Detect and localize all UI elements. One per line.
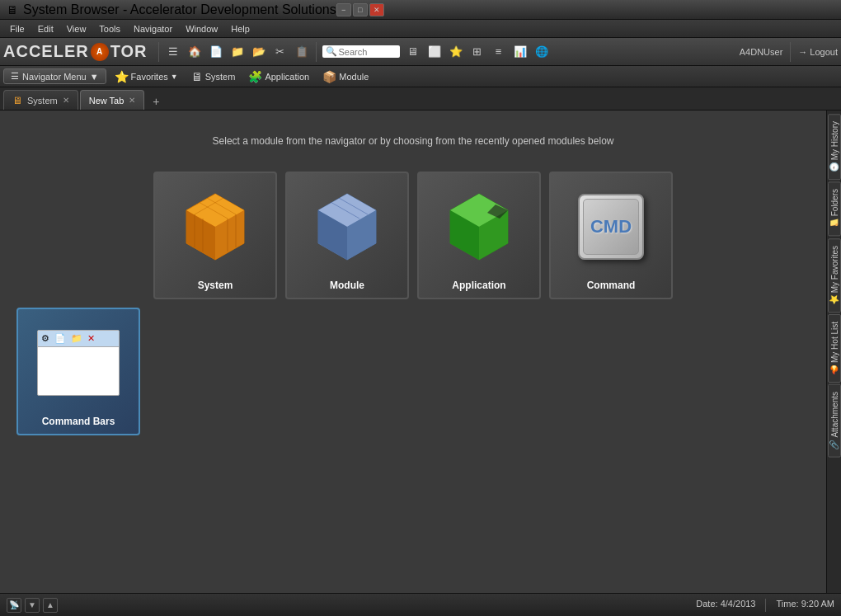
tab-system-label: System [27,96,58,106]
hamburger-icon: ☰ [11,71,19,82]
user-area: A4DNUser → Logout [740,42,838,62]
nav-favorites-label: Favorites [131,72,168,82]
tab-add-button[interactable]: + [148,93,164,110]
sidebar-favorites-icon: ⭐ [829,295,839,305]
instruction-text: Select a module from the navigator or by… [213,135,614,147]
modules-grid: System Module [153,172,673,299]
toolbar-sep-1 [158,42,159,62]
module-nav-icon: 📦 [322,70,336,83]
main-content: Select a module from the navigator or by… [0,111,841,593]
close-button[interactable]: ✕ [369,3,384,16]
toolbar-window-btn[interactable]: ⬜ [425,42,444,62]
folder-icon: 📁 [71,333,82,344]
module-system[interactable]: System [153,172,277,299]
toolbar-page-btn[interactable]: 📄 [206,42,226,62]
status-bar: 📡 ▼ ▲ Date: 4/4/2013 Time: 9:20 AM [0,593,841,616]
toolbar-menu-btn[interactable]: ☰ [163,42,183,62]
application-nav-icon: 🧩 [248,70,262,83]
status-time: Time: 9:20 AM [776,599,834,612]
toolbar-grid-btn[interactable]: ⊞ [467,42,487,62]
toolbar-folder-btn[interactable]: 📁 [228,42,247,62]
module-command[interactable]: CMD Command [549,172,673,299]
module-application[interactable]: Application [417,172,541,299]
menu-file[interactable]: File [3,22,31,35]
gear-icon: ⚙ [41,333,49,344]
application-icon-area [419,173,539,280]
toolbar-paste-btn[interactable]: 📋 [292,42,312,62]
menu-navigator[interactable]: Navigator [127,22,179,35]
hotlist-label: My Hot List [829,322,839,363]
navigator-menu-label: Navigator Menu [22,72,87,82]
search-input[interactable] [339,47,397,57]
status-date: Date: 4/4/2013 [696,599,755,612]
status-icon-1[interactable]: 📡 [7,598,21,613]
menu-tools[interactable]: Tools [92,22,127,35]
toolbar-report-btn[interactable]: 📊 [510,42,530,62]
menu-edit[interactable]: Edit [31,22,60,35]
logo-text: ACCELER [3,42,89,61]
toolbar-cut-btn[interactable]: ✂ [270,42,290,62]
maximize-button[interactable]: □ [353,3,368,16]
history-icon: 🕐 [829,162,839,172]
nav-application[interactable]: 🧩 Application [243,68,314,85]
toolbar-globe-btn[interactable]: 🌐 [532,42,552,62]
system-icon-area [155,173,275,280]
tab-new-label: New Tab [89,96,125,106]
logout-icon: → [798,47,807,57]
toolbar-list-btn[interactable]: ≡ [489,42,509,62]
modules-row2: ⚙ 📄 📁 ✕ Command Bars [16,308,536,435]
nav-bar: ☰ Navigator Menu ▼ ⭐ Favorites ▼ 🖥 Syste… [0,66,841,87]
toolbar-star-btn[interactable]: ⭐ [446,42,466,62]
username: A4DNUser [740,47,783,57]
sidebar-folders[interactable]: 📁 Folders [828,181,841,236]
module-command-bars[interactable]: ⚙ 📄 📁 ✕ Command Bars [16,308,140,435]
command-bars-header: ⚙ 📄 📁 ✕ [38,331,119,347]
cmd-key-icon: CMD [578,194,644,260]
menu-bar: File Edit View Tools Navigator Window He… [0,20,841,38]
favorites-icon: ⭐ [115,70,129,83]
nav-module-label: Module [339,72,369,82]
logo: ACCELER A TOR [3,42,148,61]
nav-application-label: Application [265,72,309,82]
system-cube-icon [178,190,252,264]
minimize-button[interactable]: − [336,3,351,16]
application-label: Application [452,280,505,291]
nav-module[interactable]: 📦 Module [317,68,374,85]
menu-view[interactable]: View [60,22,93,35]
sidebar-attachments[interactable]: 📎 Attachments [828,384,841,458]
tab-system[interactable]: 🖥 System ✕ [3,90,78,110]
sidebar-hotlist[interactable]: 🔥 My Hot List [828,314,841,383]
attachments-icon: 📎 [829,440,839,449]
title-text: System Browser - Accelerator Development… [23,2,336,17]
menu-help[interactable]: Help [224,22,256,35]
nav-system[interactable]: 🖥 System [186,68,241,85]
status-icon-2[interactable]: ▼ [25,598,40,613]
nav-favorites[interactable]: ⭐ Favorites ▼ [110,68,183,85]
tab-system-icon: 🖥 [12,95,22,106]
command-bars-label: Command Bars [42,416,115,427]
x-icon: ✕ [87,333,95,344]
menu-window[interactable]: Window [179,22,224,35]
toolbar-home-btn[interactable]: 🏠 [185,42,204,62]
status-icons: 📡 ▼ ▲ [7,598,58,613]
application-cube-icon [442,190,516,264]
logout-button[interactable]: → Logout [798,47,838,57]
status-icon-3[interactable]: ▲ [43,598,58,613]
toolbar-folder2-btn[interactable]: 📂 [249,42,269,62]
navigator-menu-button[interactable]: ☰ Navigator Menu ▼ [3,68,106,84]
system-label: System [198,280,233,291]
user-sep [790,42,791,62]
toolbar-monitor-btn[interactable]: 🖥 [403,42,423,62]
hotlist-icon: 🔥 [829,365,839,375]
module-cube-icon [310,190,384,264]
module-icon-area [287,173,407,280]
command-bars-icon-area: ⚙ 📄 📁 ✕ [18,309,139,416]
logo-icon: A [91,43,109,61]
module-module[interactable]: Module [285,172,409,299]
tab-system-close[interactable]: ✕ [63,96,69,105]
sidebar-history[interactable]: 🕐 My History [828,114,841,180]
tab-new[interactable]: New Tab ✕ [80,90,145,110]
tab-new-close[interactable]: ✕ [129,96,135,105]
sidebar-favorites[interactable]: ⭐ My Favorites [828,238,841,313]
module-label: Module [330,280,364,291]
